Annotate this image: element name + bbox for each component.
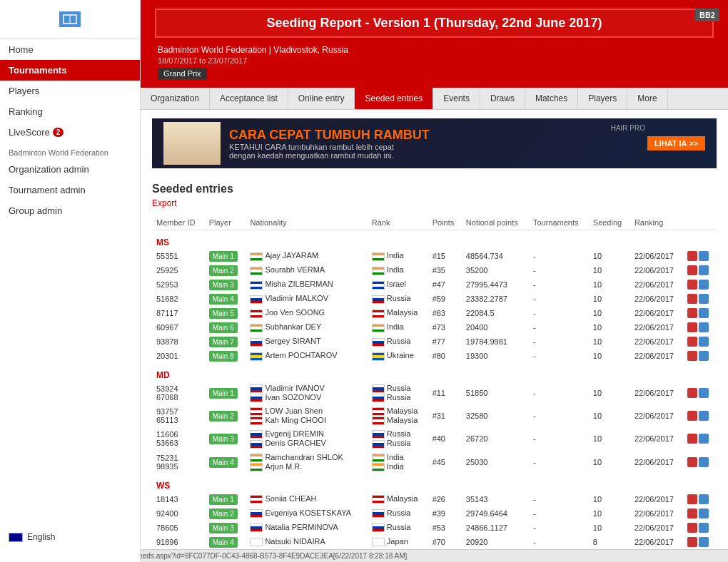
tab-matches[interactable]: Matches (525, 88, 578, 109)
col-header-actions (683, 215, 717, 230)
sidebar-item-group-admin[interactable]: Group admin (0, 200, 140, 221)
col-header-points: Points (428, 215, 462, 230)
flag-icon (250, 407, 263, 416)
delete-icon[interactable] (699, 251, 709, 261)
table-row: 1160653663 Main 3 Evgenij DREMIN Denis G… (152, 427, 717, 450)
edit-icon[interactable] (687, 494, 697, 504)
seed-badge: Main 2 (209, 265, 238, 276)
flag-icon (250, 338, 263, 347)
col-header-seeding: Seeding (589, 215, 630, 230)
sidebar-item-org-admin[interactable]: Organization admin (0, 159, 140, 180)
delete-icon[interactable] (699, 337, 709, 347)
sidebar-item-tournament-admin[interactable]: Tournament admin (0, 180, 140, 200)
tab-more[interactable]: More (627, 88, 667, 109)
flag-icon (372, 267, 385, 275)
seed-badge: Main 1 (209, 388, 238, 399)
flag-icon (250, 324, 263, 332)
table-row: 18143 Main 1 Soniia CHEAH Malaysia #26 3… (152, 492, 717, 506)
table-row: 93878 Main 7 Sergey SIRANT Russia #77 19… (152, 334, 717, 349)
flag-icon (250, 417, 263, 425)
tab-organization[interactable]: Organization (141, 88, 210, 109)
tab-seeded-entries[interactable]: Seeded entries (355, 88, 433, 109)
action-icons (687, 523, 712, 533)
delete-icon[interactable] (699, 523, 709, 533)
delete-icon[interactable] (699, 457, 709, 467)
sidebar-item-livescore[interactable]: LiveScore 2 (0, 122, 140, 143)
table-row: 87117 Main 5 Joo Ven SOONG Malaysia #63 … (152, 306, 717, 320)
edit-icon[interactable] (687, 337, 697, 347)
delete-icon[interactable] (699, 308, 709, 318)
tab-online-entry[interactable]: Online entry (288, 88, 355, 109)
delete-icon[interactable] (699, 322, 709, 332)
seed-badge: Main 3 (209, 280, 238, 290)
edit-icon[interactable] (687, 457, 697, 467)
delete-icon[interactable] (699, 494, 709, 504)
edit-icon[interactable] (687, 265, 697, 275)
page-header: BB2 Seeding Report - Version 1 (Thursday… (141, 0, 728, 88)
page-title: Seeding Report - Version 1 (Thursday, 22… (155, 9, 714, 38)
language-selector[interactable]: English (0, 526, 64, 548)
flag-icon (372, 281, 385, 290)
edit-icon[interactable] (687, 280, 697, 290)
au-flag-icon (9, 533, 23, 542)
delete-icon[interactable] (699, 294, 709, 304)
table-row: 60967 Main 6 Subhankar DEY India #73 204… (152, 320, 717, 334)
delete-icon[interactable] (699, 280, 709, 290)
table-row: 78605 Main 3 Natalia PERMINOVA Russia #5… (152, 521, 717, 535)
action-icons (687, 509, 712, 518)
sidebar-item-home[interactable]: Home (0, 39, 140, 60)
edit-icon[interactable] (687, 351, 697, 361)
edit-icon[interactable] (687, 388, 697, 398)
tab-players[interactable]: Players (578, 88, 627, 109)
delete-icon[interactable] (699, 351, 709, 361)
seed-badge: Main 5 (209, 308, 238, 319)
sidebar-item-players[interactable]: Players (0, 81, 140, 101)
event-type-badge: Grand Prix (158, 68, 207, 79)
delete-icon[interactable] (699, 509, 709, 518)
delete-icon[interactable] (699, 388, 709, 398)
bb2-icon[interactable]: BB2 (695, 9, 719, 21)
delete-icon[interactable] (699, 434, 709, 444)
flag-icon (250, 454, 263, 462)
edit-icon[interactable] (687, 434, 697, 444)
tab-acceptance-list[interactable]: Acceptance list (210, 88, 288, 109)
edit-icon[interactable] (687, 411, 697, 421)
delete-icon[interactable] (699, 265, 709, 275)
flag-icon (372, 295, 385, 304)
seed-badge: Main 3 (209, 434, 238, 444)
admin-section-label: Badminton World Federation (0, 143, 140, 159)
delete-icon[interactable] (699, 537, 709, 547)
edit-icon[interactable] (687, 537, 697, 547)
flag-icon (250, 295, 263, 304)
flag-icon (372, 430, 385, 439)
flag-icon (250, 310, 263, 318)
flag-icon (250, 252, 263, 261)
edit-icon[interactable] (687, 294, 697, 304)
flag-icon (372, 384, 385, 393)
tab-draws[interactable]: Draws (480, 88, 525, 109)
ad-subtext: KETAHUI CARA tumbuhkan rambut lebih cepa… (229, 143, 430, 151)
sidebar-item-tournaments[interactable]: Tournaments (0, 60, 140, 81)
flag-icon (372, 523, 385, 532)
edit-icon[interactable] (687, 509, 697, 518)
action-icons (687, 322, 712, 332)
flag-icon (372, 454, 385, 462)
edit-icon[interactable] (687, 251, 697, 261)
flag-icon (372, 440, 385, 449)
tab-events[interactable]: Events (433, 88, 480, 109)
edit-icon[interactable] (687, 322, 697, 332)
table-row: 91896 Main 4 Natsuki NIDAIRA Japan #70 2… (152, 535, 717, 549)
delete-icon[interactable] (699, 411, 709, 421)
edit-icon[interactable] (687, 523, 697, 533)
ad-cta-button[interactable]: LIHAT IA >> (647, 136, 705, 150)
edit-icon[interactable] (687, 308, 697, 318)
flag-icon (372, 338, 385, 347)
category-header-ms: MS (152, 230, 717, 250)
sidebar-item-ranking[interactable]: Ranking (0, 101, 140, 122)
export-link[interactable]: Export (152, 198, 177, 208)
table-row: 5392467068 Main 1 Vladimir IVANOV Ivan S… (152, 382, 717, 404)
event-dates: 18/07/2017 to 23/07/2017 (155, 56, 714, 65)
flag-icon (372, 417, 385, 425)
action-icons (687, 351, 712, 361)
flag-icon (372, 495, 385, 504)
